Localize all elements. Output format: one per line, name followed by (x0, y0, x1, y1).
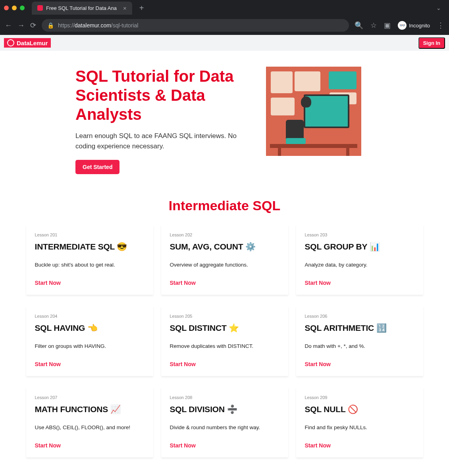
close-tab-icon[interactable]: × (123, 5, 127, 12)
start-now-link[interactable]: Start Now (305, 361, 414, 367)
lesson-number: Lesson 209 (305, 395, 414, 400)
lesson-number: Lesson 201 (35, 232, 145, 237)
lesson-description: Use ABS(), CEIL(), FLOOR(), and more! (35, 424, 145, 430)
lesson-card[interactable]: Lesson 202SUM, AVG, COUNT ⚙️Overview of … (161, 225, 288, 295)
sign-in-button[interactable]: Sign In (418, 37, 445, 49)
lesson-card[interactable]: Lesson 205SQL DISTINCT ⭐Remove duplicate… (161, 306, 288, 376)
lesson-description: Find and fix pesky NULLs. (305, 424, 414, 430)
lesson-number: Lesson 208 (170, 395, 279, 400)
lesson-card[interactable]: Lesson 204SQL HAVING 👈Filter on groups w… (26, 306, 153, 376)
lesson-card[interactable]: Lesson 201INTERMEDIATE SQL 😎Buckle up: s… (26, 225, 153, 295)
incognito-badge: 👓 Incognito (398, 21, 430, 30)
browser-chrome: Free SQL Tutorial for Data Ana × + ⌄ ← →… (0, 0, 449, 35)
start-now-link[interactable]: Start Now (170, 280, 279, 286)
hero-subtitle: Learn enough SQL to ace FAANG SQL interv… (75, 131, 242, 151)
browser-tab[interactable]: Free SQL Tutorial for Data Ana × (32, 2, 132, 15)
maximize-window-icon[interactable] (20, 6, 25, 10)
lesson-title: SQL NULL 🚫 (305, 405, 414, 414)
new-tab-button[interactable]: + (135, 2, 148, 14)
lesson-card[interactable]: Lesson 209SQL NULL 🚫Find and fix pesky N… (296, 387, 423, 457)
lesson-title: SQL DIVISION ➗ (170, 405, 279, 414)
lesson-title: MATH FUNCTIONS 📈 (35, 405, 145, 414)
tabs-dropdown-icon[interactable]: ⌄ (432, 3, 445, 13)
lesson-number: Lesson 207 (35, 395, 145, 400)
incognito-label: Incognito (409, 23, 430, 29)
url-protocol: https:// (58, 22, 75, 29)
url-host: datalemur.com (75, 22, 111, 29)
section-title: Intermediate SQL (0, 198, 449, 213)
lesson-title: SQL GROUP BY 📊 (305, 242, 414, 251)
site-header: DataLemur Sign In (0, 35, 449, 51)
lesson-number: Lesson 206 (305, 314, 414, 319)
start-now-link[interactable]: Start Now (35, 280, 145, 286)
start-now-link[interactable]: Start Now (35, 361, 145, 367)
kebab-menu-icon[interactable]: ⋮ (437, 21, 444, 30)
url-path: /sql-tutorial (111, 22, 138, 29)
start-now-link[interactable]: Start Now (305, 280, 414, 286)
lesson-number: Lesson 204 (35, 314, 145, 319)
lesson-description: Overview of aggregate functions. (170, 262, 279, 268)
tab-title: Free SQL Tutorial for Data Ana (46, 5, 117, 11)
hero-illustration (266, 67, 361, 156)
window-controls (4, 6, 25, 10)
brand-logo[interactable]: DataLemur (4, 38, 51, 48)
side-panel-icon[interactable]: ▣ (384, 21, 391, 30)
incognito-icon: 👓 (398, 21, 407, 30)
lesson-title: SUM, AVG, COUNT ⚙️ (170, 242, 279, 251)
lesson-description: Filter on groups with HAVING. (35, 343, 145, 349)
lock-icon: 🔒 (47, 22, 54, 29)
start-now-link[interactable]: Start Now (170, 442, 279, 449)
url-bar[interactable]: 🔒 https://datalemur.com/sql-tutorial (42, 19, 349, 32)
favicon-icon (37, 5, 43, 11)
forward-button[interactable]: → (17, 21, 25, 30)
start-now-link[interactable]: Start Now (305, 442, 414, 449)
lessons-grid: Lesson 201INTERMEDIATE SQL 😎Buckle up: s… (0, 225, 449, 473)
start-now-link[interactable]: Start Now (35, 442, 145, 449)
lesson-description: Analyze data, by category. (305, 262, 414, 268)
get-started-button[interactable]: Get Started (75, 160, 119, 174)
lesson-card[interactable]: Lesson 206SQL ARITHMETIC 🔢Do math with +… (296, 306, 423, 376)
close-window-icon[interactable] (4, 6, 9, 10)
hero-section: SQL Tutorial for Data Scientists & Data … (0, 51, 449, 186)
lesson-card[interactable]: Lesson 203SQL GROUP BY 📊Analyze data, by… (296, 225, 423, 295)
back-button[interactable]: ← (5, 21, 12, 30)
lesson-card[interactable]: Lesson 208SQL DIVISION ➗Divide & round n… (161, 387, 288, 457)
lesson-title: INTERMEDIATE SQL 😎 (35, 242, 145, 251)
lesson-description: Divide & round numbers the right way. (170, 424, 279, 430)
bookmark-icon[interactable]: ☆ (370, 21, 377, 30)
lesson-description: Remove duplicates with DISTINCT. (170, 343, 279, 349)
lesson-title: SQL ARITHMETIC 🔢 (305, 323, 414, 333)
lesson-number: Lesson 202 (170, 232, 279, 237)
lesson-title: SQL HAVING 👈 (35, 323, 145, 333)
lesson-number: Lesson 205 (170, 314, 279, 319)
lesson-title: SQL DISTINCT ⭐ (170, 323, 279, 333)
lemur-icon (7, 39, 14, 46)
reload-button[interactable]: ⟳ (30, 21, 36, 30)
start-now-link[interactable]: Start Now (170, 361, 279, 367)
hero-title: SQL Tutorial for Data Scientists & Data … (75, 67, 242, 124)
minimize-window-icon[interactable] (12, 6, 17, 10)
lesson-description: Buckle up: shit's about to get real. (35, 262, 145, 268)
lesson-card[interactable]: Lesson 207MATH FUNCTIONS 📈Use ABS(), CEI… (26, 387, 153, 457)
lesson-description: Do math with +, *, and %. (305, 343, 414, 349)
lesson-number: Lesson 203 (305, 232, 414, 237)
brand-name: DataLemur (17, 40, 48, 46)
search-icon[interactable]: 🔍 (355, 21, 363, 30)
